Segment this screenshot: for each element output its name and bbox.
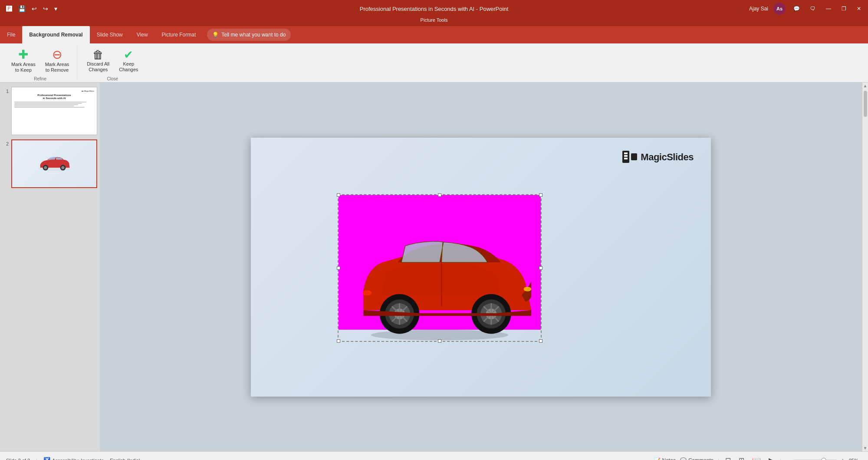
- tab-view[interactable]: View: [130, 26, 155, 43]
- comments-label: Comments: [688, 457, 713, 460]
- restore-button[interactable]: ❐: [839, 5, 849, 13]
- slide-1-number: 1: [3, 87, 9, 94]
- handle-mid-left[interactable]: [337, 266, 340, 270]
- user-name: Ajay Sai: [749, 6, 768, 12]
- magicslides-logo: MagicSlides: [622, 151, 694, 164]
- svg-point-12: [524, 287, 532, 291]
- handle-top-left[interactable]: [337, 193, 340, 197]
- status-bar-right: 📝 Notes 💬 Comments | ⊟ ⊞ 📖 ▶ | − + 85%: [654, 455, 862, 460]
- discard-all-changes-button[interactable]: 🗑 Discard AllChanges: [83, 47, 113, 75]
- mark-keep-label: Mark Areasto Keep: [11, 62, 36, 73]
- tell-me-label: Tell me what you want to do: [221, 32, 286, 38]
- window-title: Professional Presentations in Seconds wi…: [360, 6, 509, 12]
- svg-rect-8: [624, 158, 628, 159]
- zoom-plus[interactable]: +: [841, 457, 845, 460]
- customize-icon[interactable]: ▾: [53, 4, 59, 13]
- slide-2-content: [12, 140, 96, 187]
- handle-bottom-left[interactable]: [337, 339, 340, 343]
- keep-label: KeepChanges: [119, 61, 138, 73]
- status-separator-3: |: [780, 458, 781, 460]
- scroll-thumb[interactable]: [864, 91, 867, 117]
- accessibility-button[interactable]: ♿ Accessibility: Investigate: [43, 457, 104, 460]
- handle-top-right[interactable]: [539, 193, 542, 197]
- close-group-label: Close: [107, 75, 118, 81]
- tell-me-input[interactable]: 💡 Tell me what you want to do: [207, 29, 291, 41]
- ribbon-content: ✚ Mark Areasto Keep ⊖ Mark Areasto Remov…: [0, 43, 868, 83]
- magicslides-text: MagicSlides: [641, 152, 694, 163]
- undo-icon[interactable]: ↩: [30, 4, 39, 13]
- title-bar-left: 🅿 💾 ↩ ↪ ▾: [4, 4, 59, 13]
- comments-button[interactable]: 💬 Comments: [680, 457, 713, 460]
- tab-file[interactable]: File: [0, 26, 22, 43]
- handle-bottom-mid[interactable]: [438, 339, 441, 343]
- slide-panel: 1 ■■ MagicSlides Professional Presentati…: [0, 83, 100, 451]
- right-scrollbar[interactable]: ▲ ▼: [862, 83, 868, 451]
- notes-label: Notes: [662, 457, 676, 460]
- zoom-minus[interactable]: −: [786, 457, 789, 460]
- slide-2-number: 2: [3, 139, 9, 146]
- ribbon-group-refine: ✚ Mark Areasto Keep ⊖ Mark Areasto Remov…: [3, 45, 77, 80]
- mark-remove-icon: ⊖: [52, 49, 62, 61]
- slide-canvas[interactable]: MagicSlides: [251, 138, 711, 397]
- user-avatar[interactable]: As: [773, 3, 786, 15]
- slide-count: Slide 2 of 2: [6, 458, 30, 460]
- magicslides-logo-icon: [622, 151, 638, 164]
- tab-background-removal[interactable]: Background Removal: [22, 26, 89, 43]
- scroll-down-button[interactable]: ▼: [862, 445, 868, 451]
- car-thumbnail-image: [25, 155, 84, 173]
- zoom-thumb[interactable]: [821, 458, 826, 460]
- normal-view-button[interactable]: ⊟: [723, 455, 733, 460]
- slide-1-logo: ■■ MagicSlides: [82, 90, 94, 92]
- minimize-button[interactable]: —: [823, 5, 834, 13]
- mark-areas-remove-button[interactable]: ⊖ Mark Areasto Remove: [42, 47, 73, 75]
- redo-icon[interactable]: ↪: [41, 4, 50, 13]
- close-buttons: 🗑 Discard AllChanges ✔ KeepChanges: [83, 47, 141, 75]
- zoom-level: 85%: [849, 458, 862, 460]
- car-image: [344, 234, 535, 341]
- title-bar-right: Ajay Sai As 💬 🗨 — ❐ ✕: [749, 3, 864, 15]
- keep-icon: ✔: [124, 49, 133, 60]
- handle-mid-right[interactable]: [539, 266, 542, 270]
- image-selection-box[interactable]: [338, 194, 542, 342]
- status-separator-1: |: [36, 458, 37, 460]
- notes-button[interactable]: 📝 Notes: [654, 457, 676, 460]
- status-bar-left: Slide 2 of 2 | ♿ Accessibility: Investig…: [6, 457, 140, 460]
- svg-point-4: [61, 166, 64, 169]
- slide-2-container: 2: [3, 139, 97, 188]
- svg-point-13: [362, 290, 372, 295]
- language: English (India): [110, 458, 140, 460]
- handle-bottom-right[interactable]: [539, 339, 542, 343]
- accessibility-icon: ♿: [43, 457, 50, 460]
- tab-slideshow[interactable]: Slide Show: [90, 26, 130, 43]
- comments-icon[interactable]: 🗨: [808, 5, 818, 13]
- close-button[interactable]: ✕: [854, 5, 864, 13]
- powerpoint-logo-icon: 🅿: [4, 4, 14, 13]
- mark-areas-keep-button[interactable]: ✚ Mark Areasto Keep: [8, 47, 39, 75]
- handle-top-mid[interactable]: [438, 193, 441, 197]
- save-icon[interactable]: 💾: [16, 4, 27, 13]
- status-bar: Slide 2 of 2 | ♿ Accessibility: Investig…: [0, 451, 868, 460]
- main-layout: 1 ■■ MagicSlides Professional Presentati…: [0, 83, 868, 451]
- share-icon[interactable]: 💬: [791, 5, 802, 13]
- tab-picture-format[interactable]: Picture Format: [155, 26, 203, 43]
- refine-buttons: ✚ Mark Areasto Keep ⊖ Mark Areasto Remov…: [8, 47, 72, 75]
- picture-tools-label: Picture Tools: [421, 17, 448, 23]
- accessibility-label: Accessibility: Investigate: [52, 458, 104, 460]
- svg-rect-6: [624, 152, 628, 154]
- keep-changes-button[interactable]: ✔ KeepChanges: [115, 47, 141, 75]
- slideshow-button[interactable]: ▶: [767, 455, 776, 460]
- slide-1-content: ■■ MagicSlides Professional Presentation…: [12, 87, 97, 135]
- slide-1-thumbnail[interactable]: ■■ MagicSlides Professional Presentation…: [11, 87, 97, 135]
- editing-area: MagicSlides: [100, 83, 862, 451]
- ribbon-tabs: File Background Removal Slide Show View …: [0, 26, 868, 43]
- notes-icon: 📝: [654, 457, 661, 460]
- title-bar: 🅿 💾 ↩ ↪ ▾ Professional Presentations in …: [0, 0, 868, 17]
- mark-remove-label: Mark Areasto Remove: [45, 62, 69, 73]
- slide-2-thumbnail[interactable]: [11, 139, 97, 188]
- slide-1-container: 1 ■■ MagicSlides Professional Presentati…: [3, 87, 97, 135]
- ribbon-group-close: 🗑 Discard AllChanges ✔ KeepChanges Close: [79, 45, 146, 80]
- slide-sorter-button[interactable]: ⊞: [737, 455, 746, 460]
- svg-rect-9: [631, 153, 637, 160]
- reading-view-button[interactable]: 📖: [750, 455, 763, 460]
- scroll-up-button[interactable]: ▲: [862, 83, 868, 89]
